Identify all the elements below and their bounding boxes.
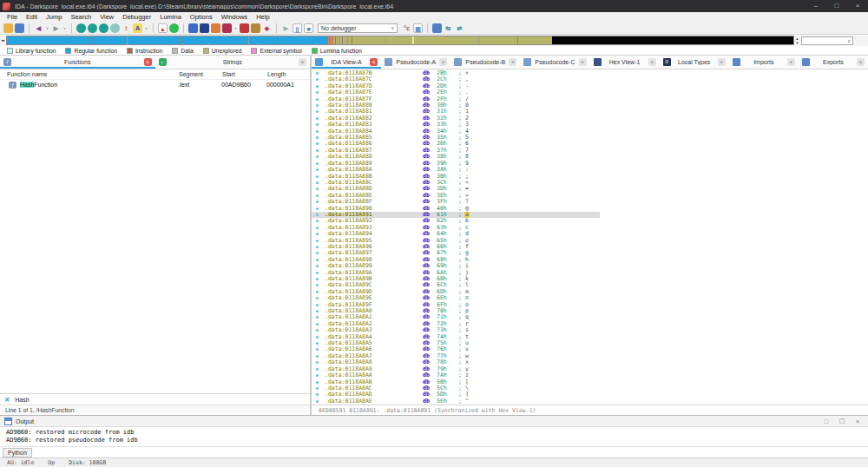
python-prompt-button[interactable]: Python (3, 448, 32, 457)
tab-imports[interactable]: Imports (729, 56, 799, 69)
menu-item[interactable]: View (95, 13, 118, 21)
open-file-icon[interactable] (3, 23, 13, 33)
jump-address-icon[interactable] (110, 23, 120, 33)
clear-search-icon[interactable]: ✕ (4, 396, 10, 404)
dbg-problems-icon[interactable] (240, 23, 249, 33)
back-dropdown-icon[interactable]: ∨ (45, 23, 49, 33)
jump-entry-icon[interactable] (99, 23, 108, 33)
menu-item[interactable]: Debugger (118, 13, 155, 21)
window-split-icon[interactable] (432, 23, 442, 33)
navband-segment (249, 36, 277, 44)
python-input[interactable] (32, 448, 868, 457)
legend-item: Unexplored (203, 48, 242, 54)
stack-view-icon[interactable]: ▲ (158, 23, 168, 33)
functions-filter-bar: ✕ Hash (0, 393, 310, 405)
close-icon[interactable] (787, 58, 795, 66)
close-icon[interactable] (144, 58, 152, 66)
forward-icon[interactable]: ▶ (51, 23, 61, 33)
menu-item[interactable]: Jump (42, 13, 66, 21)
menu-item[interactable]: Lumina (155, 13, 186, 21)
function-row[interactable]: ƒ HashFunction .text 00AD9B60 000000A1 (0, 80, 310, 89)
column-header[interactable]: Function name (7, 71, 179, 77)
toolbar-separator[interactable] (71, 23, 72, 33)
close-icon[interactable] (718, 58, 726, 66)
toolbar-separator[interactable] (153, 23, 154, 33)
toolbar-separator[interactable] (29, 23, 30, 33)
tab-exports[interactable]: Exports (799, 56, 868, 69)
script-snippet-icon[interactable]: ▤ (413, 23, 423, 33)
spin-down-icon[interactable]: ▾ (794, 41, 800, 45)
rename-dropdown-icon[interactable]: ∨ (144, 23, 148, 33)
close-icon[interactable] (579, 58, 587, 66)
close-icon[interactable] (509, 58, 516, 66)
tab-ida-view-a[interactable]: IDA View-A (312, 56, 381, 69)
legend-item: Regular function (65, 48, 117, 54)
tab-pseudocode-c[interactable]: Pseudocode-C (520, 56, 589, 69)
functions-filter-input[interactable]: Hash (15, 397, 29, 403)
tab-strings[interactable]: » Strings (155, 56, 311, 69)
jump-next-func-icon[interactable] (88, 23, 97, 33)
column-header[interactable]: Segment (179, 71, 222, 77)
tab-pseudocode-b[interactable]: Pseudocode-B (450, 56, 520, 69)
navband-scale-select[interactable]: ∨ (801, 36, 853, 45)
close-icon[interactable] (648, 58, 656, 66)
tab-functions[interactable]: ƒ Functions (0, 56, 155, 69)
close-button[interactable]: × (847, 0, 868, 12)
sync-list2-icon[interactable]: ⇄ (455, 23, 464, 33)
tab-local-types[interactable]: 0 Local Types (660, 56, 729, 69)
debugger-select-value: No debugger (321, 25, 356, 31)
output-log[interactable]: AD9B60: restored microcode from idbAD9B6… (0, 427, 868, 446)
close-icon[interactable] (370, 58, 378, 66)
debugger-select[interactable]: No debugger ∨ (318, 23, 398, 33)
close-icon[interactable] (857, 58, 865, 66)
menu-item[interactable]: File (3, 13, 22, 21)
menu-item[interactable]: Windows (217, 13, 252, 21)
dock-maximize-icon[interactable]: □ (820, 418, 832, 424)
tab-hex-view-1[interactable]: Hex View-1 (590, 56, 660, 69)
menu-bar: FileEditJumpSearchViewDebuggerLuminaOpti… (0, 12, 868, 22)
pause-process-icon[interactable]: || (293, 23, 302, 33)
tab-label: Pseudocode-A (395, 59, 437, 65)
lumina-icon[interactable] (169, 23, 179, 33)
jump-xref-icon[interactable]: t (122, 23, 131, 33)
breakpoint-icon[interactable]: ◆ (262, 23, 272, 33)
function-segment: .text (178, 82, 221, 88)
sync-list1-icon[interactable]: ⇆ (444, 23, 453, 33)
rename-icon[interactable]: A (133, 23, 142, 33)
dbg-patch-icon[interactable] (251, 23, 260, 33)
dbg-structs-icon[interactable] (188, 23, 198, 33)
forward-dropdown-icon[interactable]: ∨ (62, 23, 67, 33)
minimize-button[interactable]: – (806, 0, 826, 12)
back-icon[interactable]: ◀ (34, 23, 43, 33)
toolbar-separator[interactable] (276, 23, 277, 33)
dbg-segments-icon[interactable] (211, 23, 220, 33)
column-header[interactable]: Length (267, 71, 311, 77)
tab-pseudocode-a[interactable]: Pseudocode-A (381, 56, 450, 69)
start-process-icon[interactable]: ▶ (281, 23, 291, 33)
maximize-button[interactable]: □ (826, 0, 847, 12)
menu-item[interactable]: Help (252, 13, 273, 21)
dbg-dropdown-icon[interactable]: ∨ (233, 23, 238, 33)
legend-swatch (7, 48, 13, 54)
jump-prev-func-icon[interactable] (76, 23, 86, 33)
attach-process-icon[interactable]: °c (402, 23, 411, 33)
toolbar-separator[interactable] (427, 23, 428, 33)
navband-scroll-left-icon[interactable]: ◂▸ (0, 38, 6, 43)
dbg-names-icon[interactable] (222, 23, 232, 33)
dock-close-icon[interactable]: × (852, 418, 864, 424)
navband-zoom-spinner[interactable]: ▴ ▾ (794, 36, 800, 45)
navigator-band[interactable] (6, 36, 794, 45)
stop-process-icon[interactable]: ■ (304, 23, 313, 33)
close-icon[interactable] (299, 58, 306, 66)
dock-float-icon[interactable]: ▢ (836, 418, 848, 424)
legend-item: Instruction (127, 48, 162, 54)
save-icon[interactable] (15, 23, 24, 33)
menu-item[interactable]: Edit (22, 13, 42, 21)
toolbar-separator[interactable] (183, 23, 184, 33)
dbg-enums-icon[interactable] (200, 23, 209, 33)
tab-label: Pseudocode-C (534, 59, 575, 65)
close-icon[interactable] (439, 58, 447, 66)
menu-item[interactable]: Options (186, 13, 217, 21)
column-header[interactable]: Start (222, 71, 267, 77)
menu-item[interactable]: Search (66, 13, 95, 21)
